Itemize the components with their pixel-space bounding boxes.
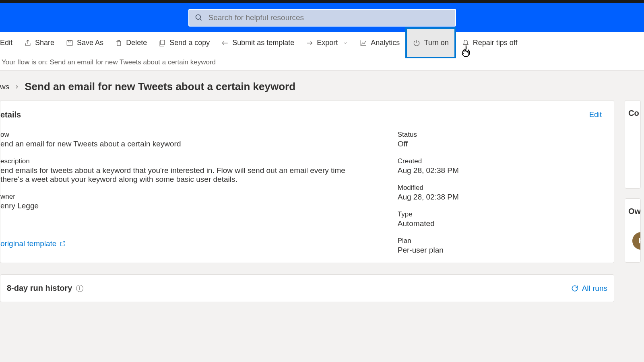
owner-avatar[interactable]: H — [632, 232, 641, 250]
history-title-text: 8-day run history — [7, 284, 72, 293]
save-icon — [66, 39, 74, 47]
status-text: Your flow is on: Send an email for new T… — [2, 58, 216, 66]
plan-field: Plan Per-user plan — [398, 237, 606, 255]
page-title: Send an email for new Tweets about a cer… — [25, 80, 295, 93]
owners-card: Ow H — [625, 198, 641, 263]
svg-point-0 — [196, 14, 200, 19]
side-panel: Co Ow H — [625, 100, 641, 263]
run-history-card: 8-day run history i All runs — [0, 274, 614, 302]
connections-title: Co — [628, 109, 637, 118]
edit-label: Edit — [0, 39, 12, 47]
repair-tips-button[interactable]: Repair tips off — [456, 32, 523, 54]
svg-rect-2 — [67, 40, 72, 45]
delete-label: Delete — [126, 39, 147, 47]
svg-rect-3 — [68, 40, 71, 42]
details-section-title: etails — [0, 110, 21, 119]
owner-value: enry Legge — [0, 202, 357, 210]
search-input[interactable] — [208, 13, 450, 22]
send-copy-label: Send a copy — [169, 39, 210, 47]
share-icon — [24, 39, 32, 47]
save-as-button[interactable]: Save As — [60, 32, 109, 54]
export-button[interactable]: Export — [300, 32, 354, 54]
submit-icon — [221, 39, 229, 47]
save-as-label: Save As — [77, 39, 103, 47]
repair-tips-label: Repair tips off — [473, 39, 518, 47]
search-box[interactable] — [188, 9, 456, 27]
details-edit-link[interactable]: Edit — [589, 111, 606, 119]
description-field: escription end emails for tweets about a… — [0, 157, 357, 184]
owners-title: Ow — [628, 207, 637, 216]
command-bar: Edit Share Save As Delete Send a copy Su… — [0, 32, 644, 54]
breadcrumb-parent[interactable]: ws — [0, 82, 9, 91]
description-label: escription — [0, 157, 357, 165]
flow-value: end an email for new Tweets about a cert… — [0, 140, 357, 148]
description-value: end emails for tweets about a keyword th… — [0, 166, 357, 184]
search-icon — [195, 14, 203, 22]
all-runs-link[interactable]: All runs — [571, 284, 607, 293]
trash-icon — [115, 39, 123, 47]
turn-on-label: Turn on — [424, 39, 448, 47]
svg-rect-4 — [161, 40, 165, 45]
type-field: Type Automated — [398, 210, 606, 228]
turn-on-button[interactable]: Turn on — [405, 27, 456, 58]
all-runs-text: All runs — [582, 284, 607, 293]
status-value: Off — [398, 140, 606, 148]
owner-field: wner enry Legge — [0, 193, 357, 210]
flow-status-message: Your flow is on: Send an email for new T… — [0, 54, 644, 71]
delete-button[interactable]: Delete — [109, 32, 153, 54]
chart-icon — [359, 39, 367, 47]
type-label: Type — [398, 210, 606, 218]
chevron-right-icon — [14, 84, 20, 90]
external-link-icon — [60, 241, 66, 247]
chevron-down-icon — [343, 40, 348, 46]
created-value: Aug 28, 02:38 PM — [398, 166, 606, 175]
copy-icon — [158, 39, 166, 47]
flow-field: ow end an email for new Tweets about a c… — [0, 131, 357, 148]
refresh-icon — [571, 284, 579, 292]
browser-chrome-bar — [0, 0, 644, 3]
plan-value: Per-user plan — [398, 246, 606, 255]
original-template-link[interactable]: original template — [0, 239, 357, 248]
modified-value: Aug 28, 02:38 PM — [398, 193, 606, 202]
details-card: etails Edit ow end an email for new Twee… — [0, 100, 614, 263]
plan-label: Plan — [398, 237, 606, 245]
share-label: Share — [35, 39, 54, 47]
export-icon — [305, 39, 314, 47]
export-label: Export — [317, 39, 338, 47]
connections-card: Co — [625, 100, 641, 189]
template-link-text: original template — [0, 239, 56, 248]
submit-template-label: Submit as template — [232, 39, 294, 47]
info-icon[interactable]: i — [76, 285, 83, 292]
created-field: Created Aug 28, 02:38 PM — [398, 157, 606, 175]
edit-button[interactable]: Edit — [0, 32, 18, 54]
modified-field: Modified Aug 28, 02:38 PM — [398, 184, 606, 202]
analytics-button[interactable]: Analytics — [354, 32, 405, 54]
breadcrumb: ws Send an email for new Tweets about a … — [0, 71, 644, 100]
type-value: Automated — [398, 219, 606, 228]
send-copy-button[interactable]: Send a copy — [153, 32, 215, 54]
svg-line-1 — [200, 19, 201, 20]
status-label: Status — [398, 131, 606, 139]
content-area: etails Edit ow end an email for new Twee… — [0, 100, 644, 263]
run-history-title: 8-day run history i — [7, 284, 83, 293]
created-label: Created — [398, 157, 606, 165]
app-header — [0, 3, 644, 32]
submit-template-button[interactable]: Submit as template — [215, 32, 300, 54]
analytics-label: Analytics — [371, 39, 400, 47]
owner-label: wner — [0, 193, 357, 201]
flow-label: ow — [0, 131, 357, 139]
power-icon — [413, 39, 421, 47]
status-field: Status Off — [398, 131, 606, 148]
bell-icon — [462, 39, 470, 47]
modified-label: Modified — [398, 184, 606, 192]
share-button[interactable]: Share — [18, 32, 60, 54]
